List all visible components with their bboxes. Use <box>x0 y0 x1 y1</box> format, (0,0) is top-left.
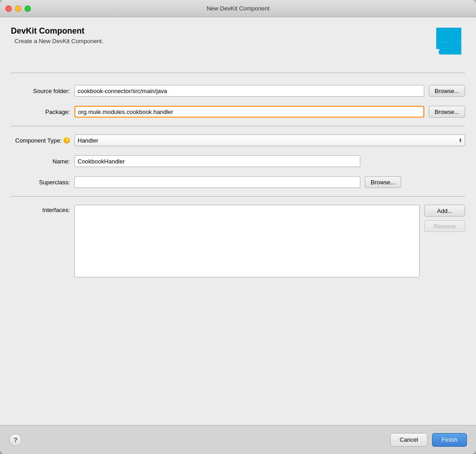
superclass-input[interactable] <box>74 176 360 188</box>
header-text: DevKit Component Create a New DevKit Com… <box>11 26 103 44</box>
name-input[interactable] <box>74 155 360 167</box>
bottom-buttons: Cancel Finish <box>390 433 467 447</box>
content-area: DevKit Component Create a New DevKit Com… <box>0 17 476 425</box>
source-folder-browse-button[interactable]: Browse... <box>429 85 465 97</box>
superclass-browse-button[interactable]: Browse... <box>365 176 401 188</box>
interfaces-buttons: Add... Remove <box>424 205 465 232</box>
source-folder-row: Source folder: Browse... <box>11 80 465 101</box>
window-title: New DevKit Component <box>206 5 270 12</box>
cancel-button[interactable]: Cancel <box>390 433 427 447</box>
superclass-row: Superclass: Browse... <box>11 172 465 192</box>
traffic-lights <box>5 5 31 12</box>
name-label: Name: <box>11 158 70 165</box>
form-divider-1 <box>11 126 465 126</box>
help-button[interactable]: ? <box>9 434 22 446</box>
package-input[interactable] <box>74 106 424 118</box>
interfaces-textarea[interactable] <box>74 205 420 277</box>
maximize-button[interactable] <box>25 5 31 12</box>
remove-button[interactable]: Remove <box>424 220 465 232</box>
package-label: Package: <box>11 109 70 115</box>
bottom-bar: ? Cancel Finish <box>0 425 476 454</box>
interfaces-label: Interfaces: <box>11 205 70 213</box>
page-subtitle: Create a New DevKit Component. <box>15 38 103 44</box>
minimize-button[interactable] <box>15 5 21 12</box>
name-row: Name: <box>11 151 465 172</box>
source-folder-input[interactable] <box>74 85 424 97</box>
component-type-label: Component Type: <box>15 137 62 144</box>
info-icon: ℹ <box>64 137 70 143</box>
finish-button[interactable]: Finish <box>432 433 467 447</box>
component-type-row: Component Type: ℹ Handler Connector Modu… <box>11 130 465 151</box>
window: New DevKit Component DevKit Component Cr… <box>0 0 476 454</box>
header-divider <box>11 73 465 73</box>
page-title: DevKit Component <box>11 26 103 36</box>
source-folder-label: Source folder: <box>11 88 70 94</box>
add-button[interactable]: Add... <box>424 205 465 217</box>
form-divider-2 <box>11 196 465 197</box>
package-row: Package: Browse... <box>11 101 465 122</box>
superclass-label: Superclass: <box>11 179 70 186</box>
title-bar: New DevKit Component <box>0 0 476 17</box>
close-button[interactable] <box>5 5 12 12</box>
puzzle-icon <box>429 24 465 58</box>
component-type-select[interactable]: Handler Connector Module Processor <box>74 134 465 146</box>
header-section: DevKit Component Create a New DevKit Com… <box>11 26 465 58</box>
interfaces-row: Interfaces: Add... Remove <box>11 200 465 282</box>
component-type-select-wrapper: Handler Connector Module Processor ⬍ <box>74 134 465 146</box>
component-type-label-group: Component Type: ℹ <box>11 137 70 144</box>
spacer <box>11 282 465 416</box>
form-section: Source folder: Browse... Package: Browse… <box>11 80 465 282</box>
package-browse-button[interactable]: Browse... <box>429 106 465 118</box>
